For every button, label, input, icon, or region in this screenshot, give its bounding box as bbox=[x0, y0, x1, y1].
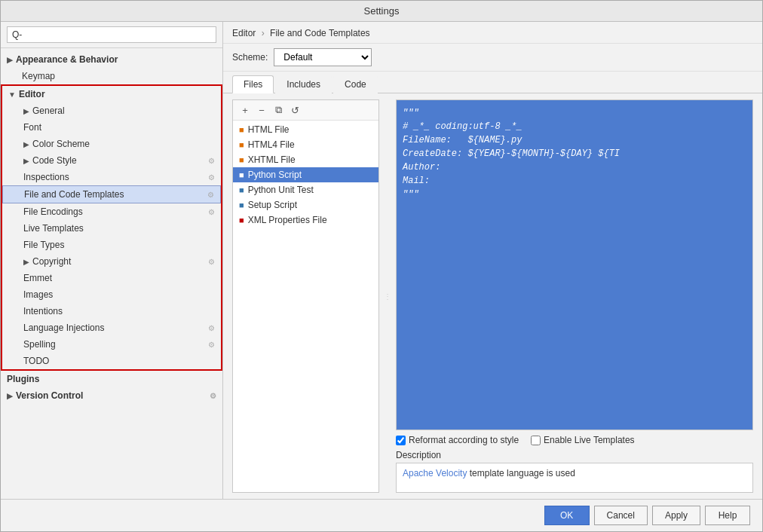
resize-handle[interactable]: ⋮ bbox=[385, 99, 390, 493]
sidebar-item-file-types[interactable]: File Types bbox=[2, 237, 221, 253]
sidebar-item-label: File Types bbox=[23, 240, 215, 250]
copy-button[interactable]: ⧉ bbox=[271, 103, 286, 117]
sidebar-item-label: Live Templates bbox=[23, 223, 215, 234]
sidebar-item-font[interactable]: Font bbox=[2, 119, 221, 136]
arrow-icon: ▶ bbox=[7, 392, 13, 400]
checkboxes-row: Reformat according to style Enable Live … bbox=[396, 435, 753, 445]
settings-icon: ⚙ bbox=[208, 324, 215, 332]
settings-icon: ⚙ bbox=[208, 157, 215, 165]
dialog-footer: OK Cancel Apply Help bbox=[1, 499, 762, 531]
description-section: Description Apache Velocity template lan… bbox=[396, 450, 753, 493]
sidebar-item-keymap[interactable]: Keymap bbox=[1, 68, 222, 84]
apply-button[interactable]: Apply bbox=[652, 506, 700, 525]
sidebar-item-label: Appearance & Behavior bbox=[16, 54, 216, 65]
add-button[interactable]: + bbox=[237, 103, 253, 117]
sidebar-item-general[interactable]: ▶ General bbox=[2, 102, 221, 119]
file-item-label: Python Script bbox=[248, 170, 302, 180]
scheme-select[interactable]: Default bbox=[274, 48, 372, 66]
file-item-label: HTML4 File bbox=[248, 139, 295, 150]
sidebar-item-images[interactable]: Images bbox=[2, 286, 221, 303]
sidebar-item-version-control[interactable]: ▶ Version Control ⚙ bbox=[1, 387, 222, 404]
sidebar-item-code-style[interactable]: ▶ Code Style ⚙ bbox=[2, 152, 221, 169]
sidebar-item-emmet[interactable]: Emmet bbox=[2, 270, 221, 286]
sidebar-item-intentions[interactable]: Intentions bbox=[2, 303, 221, 320]
sidebar-item-label: Version Control bbox=[16, 390, 207, 401]
live-templates-checkbox-label[interactable]: Enable Live Templates bbox=[531, 435, 635, 445]
file-item-label: Python Unit Test bbox=[248, 185, 314, 195]
sidebar-item-inspections[interactable]: Inspections ⚙ bbox=[2, 169, 221, 185]
main-area: + − ⧉ ↺ ■ HTML File ■ HTML4 File bbox=[223, 93, 762, 499]
help-button[interactable]: Help bbox=[705, 506, 750, 525]
list-item[interactable]: ■ HTML File bbox=[233, 122, 378, 137]
html-icon: ■ bbox=[239, 140, 244, 149]
arrow-icon: ▶ bbox=[23, 258, 29, 266]
arrow-icon: ▶ bbox=[7, 56, 13, 64]
apache-velocity-link[interactable]: Apache Velocity bbox=[403, 468, 467, 478]
tab-files[interactable]: Files bbox=[232, 75, 274, 93]
sidebar-item-file-code-templates[interactable]: File and Code Templates ⚙ bbox=[2, 185, 221, 203]
list-item[interactable]: ■ Setup Script bbox=[233, 197, 378, 212]
sidebar-item-editor[interactable]: ▼ Editor bbox=[2, 86, 221, 102]
python-icon: ■ bbox=[239, 170, 244, 179]
sidebar-item-color-scheme[interactable]: ▶ Color Scheme bbox=[2, 136, 221, 152]
file-list: ■ HTML File ■ HTML4 File ■ XHTML File bbox=[233, 121, 378, 492]
search-input[interactable] bbox=[7, 26, 216, 43]
sidebar: ▶ Appearance & Behavior Keymap ▼ Editor … bbox=[1, 22, 223, 499]
reset-button[interactable]: ↺ bbox=[287, 103, 302, 117]
settings-icon: ⚙ bbox=[208, 208, 215, 216]
live-templates-checkbox[interactable] bbox=[531, 436, 541, 445]
sidebar-item-label: Intentions bbox=[23, 306, 215, 316]
list-item[interactable]: ■ HTML4 File bbox=[233, 137, 378, 152]
list-item-python-script[interactable]: ■ Python Script bbox=[233, 167, 378, 182]
sidebar-item-label: Spelling bbox=[23, 339, 205, 350]
main-content: Editor › File and Code Templates Scheme:… bbox=[223, 22, 762, 499]
sidebar-item-label: General bbox=[32, 105, 215, 116]
sidebar-item-copyright[interactable]: ▶ Copyright ⚙ bbox=[2, 253, 221, 270]
resize-icon: ⋮ bbox=[384, 292, 391, 301]
settings-icon: ⚙ bbox=[208, 173, 215, 182]
file-item-label: Setup Script bbox=[248, 200, 297, 210]
cancel-button[interactable]: Cancel bbox=[594, 506, 648, 525]
ok-button[interactable]: OK bbox=[544, 506, 590, 525]
sidebar-item-file-encodings[interactable]: File Encodings ⚙ bbox=[2, 203, 221, 220]
sidebar-item-appearance[interactable]: ▶ Appearance & Behavior bbox=[1, 51, 222, 68]
reformat-checkbox-label[interactable]: Reformat according to style bbox=[396, 435, 519, 445]
sidebar-item-spelling[interactable]: Spelling ⚙ bbox=[2, 336, 221, 353]
list-item[interactable]: ■ Python Unit Test bbox=[233, 182, 378, 197]
settings-dialog: Settings ▶ Appearance & Behavior Keymap bbox=[0, 0, 763, 532]
list-item[interactable]: ■ XHTML File bbox=[233, 152, 378, 167]
breadcrumb-part2: File and Code Templates bbox=[270, 28, 370, 38]
settings-icon: ⚙ bbox=[207, 191, 214, 199]
sidebar-item-label: Color Scheme bbox=[32, 139, 215, 149]
tab-includes[interactable]: Includes bbox=[275, 75, 332, 93]
arrow-icon: ▼ bbox=[8, 90, 16, 99]
scheme-row: Scheme: Default bbox=[223, 44, 762, 72]
sidebar-item-todo[interactable]: TODO bbox=[2, 353, 221, 369]
arrow-icon: ▶ bbox=[23, 107, 29, 115]
sidebar-item-label: Code Style bbox=[32, 155, 205, 166]
code-panel: """ # _*_ coding:utf-8 _*_ FileName: ${N… bbox=[396, 99, 753, 493]
tab-code[interactable]: Code bbox=[333, 75, 378, 93]
code-editor[interactable]: """ # _*_ coding:utf-8 _*_ FileName: ${N… bbox=[396, 99, 753, 430]
sidebar-item-label: Copyright bbox=[32, 256, 205, 267]
settings-icon: ⚙ bbox=[210, 392, 216, 400]
breadcrumb: Editor › File and Code Templates bbox=[223, 22, 762, 44]
html-icon: ■ bbox=[239, 125, 244, 134]
sidebar-item-live-templates[interactable]: Live Templates bbox=[2, 220, 221, 237]
file-item-label: HTML File bbox=[248, 124, 290, 135]
sidebar-item-language-injections[interactable]: Language Injections ⚙ bbox=[2, 320, 221, 336]
file-list-panel: + − ⧉ ↺ ■ HTML File ■ HTML4 File bbox=[232, 99, 379, 493]
settings-icon: ⚙ bbox=[208, 341, 215, 349]
file-item-label: XHTML File bbox=[248, 154, 296, 165]
reformat-checkbox[interactable] bbox=[396, 436, 406, 445]
dialog-body: ▶ Appearance & Behavior Keymap ▼ Editor … bbox=[1, 22, 762, 499]
sidebar-item-plugins[interactable]: Plugins bbox=[1, 371, 222, 387]
sidebar-item-label: Inspections bbox=[23, 172, 205, 182]
xml-icon: ■ bbox=[239, 216, 244, 225]
list-item[interactable]: ■ XML Properties File bbox=[233, 212, 378, 228]
scheme-label: Scheme: bbox=[232, 52, 268, 63]
sidebar-item-label: TODO bbox=[23, 356, 215, 366]
sidebar-item-label: Images bbox=[23, 289, 215, 300]
remove-button[interactable]: − bbox=[254, 103, 269, 117]
file-list-toolbar: + − ⧉ ↺ bbox=[233, 100, 378, 121]
